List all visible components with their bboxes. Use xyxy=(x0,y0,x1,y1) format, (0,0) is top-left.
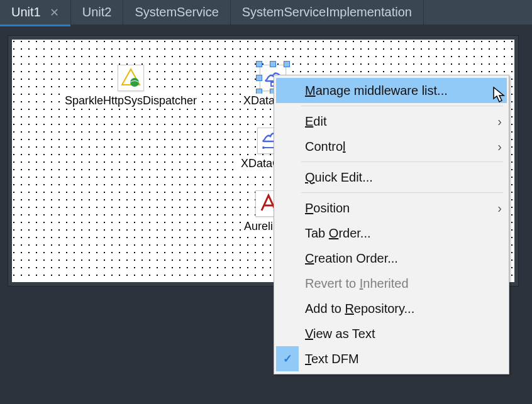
close-icon[interactable]: ✕ xyxy=(50,6,59,19)
menu-label: Position xyxy=(305,201,350,216)
menu-text-dfm[interactable]: ✓ Text DFM xyxy=(276,346,507,371)
menu-separator xyxy=(301,192,503,193)
chevron-right-icon: › xyxy=(497,201,502,216)
menu-add-to-repository[interactable]: Add to Repository... xyxy=(276,296,507,321)
menu-label: Tab Order... xyxy=(305,226,371,241)
menu-separator xyxy=(301,106,503,106)
menu-control[interactable]: Control › xyxy=(276,134,507,159)
tab-label: SystemServiceImplementation xyxy=(242,5,412,19)
menu-tab-order[interactable]: Tab Order... xyxy=(276,221,507,246)
menu-revert-inherited: Revert to Inherited xyxy=(276,271,507,296)
menu-label: Control xyxy=(305,139,345,154)
menu-view-as-text[interactable]: View as Text xyxy=(276,321,507,346)
menu-position[interactable]: Position › xyxy=(276,195,507,221)
menu-creation-order[interactable]: Creation Order... xyxy=(276,246,507,271)
menu-label: Add to Repository... xyxy=(305,302,414,316)
context-menu: Manage middleware list... Edit › Control… xyxy=(274,75,509,374)
tab-label: Unit2 xyxy=(82,5,112,19)
menu-label: Revert to Inherited xyxy=(305,276,409,291)
tab-systemserviceimplementation[interactable]: SystemServiceImplementation xyxy=(231,0,424,25)
svg-point-2 xyxy=(262,146,265,149)
menu-label: Edit xyxy=(305,114,326,129)
tab-systemservice[interactable]: SystemService xyxy=(123,0,230,25)
menu-label: View as Text xyxy=(305,327,375,341)
menu-label: Text DFM xyxy=(305,352,359,366)
menu-label: Creation Order... xyxy=(305,251,398,266)
menu-quick-edit[interactable]: Quick Edit... xyxy=(276,165,507,190)
tab-label: Unit1 xyxy=(11,5,41,19)
menu-separator xyxy=(301,161,503,162)
menu-edit[interactable]: Edit › xyxy=(276,109,507,134)
tab-unit2[interactable]: Unit2 xyxy=(71,0,124,25)
component-dispatcher[interactable]: SparkleHttpSysDispatcher xyxy=(62,65,199,108)
tab-label: SystemService xyxy=(135,5,218,19)
svg-point-0 xyxy=(130,78,139,87)
selection-handle[interactable] xyxy=(284,61,290,67)
selection-handle[interactable] xyxy=(270,61,276,67)
component-label: SparkleHttpSysDispatcher xyxy=(62,94,199,108)
menu-label: Manage middleware list... xyxy=(305,84,448,98)
selection-handle[interactable] xyxy=(256,61,262,67)
menu-label: Quick Edit... xyxy=(305,170,373,185)
tab-bar: Unit1 ✕ Unit2 SystemService SystemServic… xyxy=(0,0,532,25)
check-icon: ✓ xyxy=(276,346,299,371)
menu-manage-middleware[interactable]: Manage middleware list... xyxy=(276,78,507,103)
chevron-right-icon: › xyxy=(497,139,502,154)
dispatcher-icon xyxy=(118,65,144,91)
chevron-right-icon: › xyxy=(497,114,502,129)
tab-unit1[interactable]: Unit1 ✕ xyxy=(0,0,71,25)
selection-handle[interactable] xyxy=(256,75,262,81)
